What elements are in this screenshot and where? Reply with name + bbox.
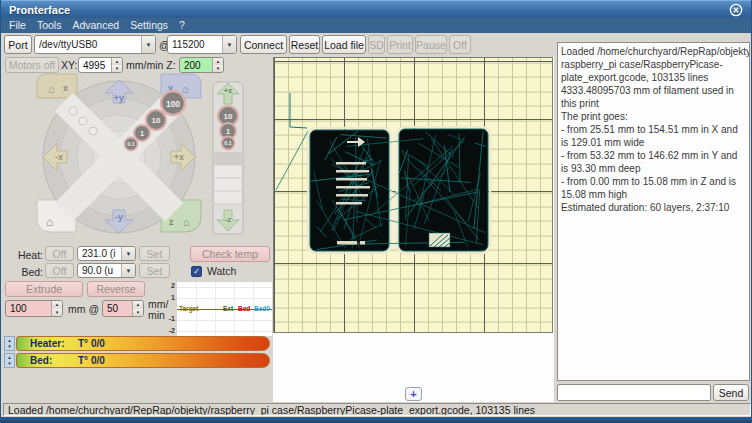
chevron-down-icon[interactable]: ▼ (121, 264, 135, 277)
reset-button[interactable]: Reset (289, 35, 320, 54)
watch-label: Watch (207, 265, 236, 277)
heat-label: Heat: (13, 249, 43, 261)
svg-text:1: 1 (226, 127, 230, 136)
menu-advanced[interactable]: Advanced (72, 18, 119, 33)
port-button[interactable]: Port (4, 35, 32, 54)
pronterface-window: Pronterface File Tools Advanced Settings… (0, 0, 752, 423)
bed-temp-select[interactable]: 90.0 (u ▼ (77, 263, 136, 278)
check-temp-button: Check temp (190, 246, 270, 262)
jog-distance-1[interactable]: 1 (134, 125, 150, 141)
status-bar: Loaded /home/churchyard/RepRap/objekty/r… (1, 402, 752, 417)
chevron-down-icon[interactable]: ▼ (141, 36, 155, 53)
jog-controls: ⌂ x y ⌂ ⌂ z ⌂ (1, 70, 261, 248)
jog-dot-icon (79, 117, 87, 125)
bed-off-button: Off (45, 263, 74, 278)
svg-text:1: 1 (140, 129, 144, 138)
bed-gauge-value: T° 0/0 (78, 355, 105, 366)
home-icon: ⌂ (48, 83, 55, 95)
log-output[interactable]: Loaded /home/churchyard/RepRap/objekty/ … (557, 42, 750, 381)
chevron-down-icon[interactable]: ▼ (222, 36, 236, 53)
heater-gauge-label: Heater: (30, 338, 64, 349)
heater-gauge-value: T° 0/0 (78, 338, 105, 349)
status-text: Loaded /home/churchyard/RepRap/objekty/r… (3, 403, 751, 416)
menu-settings[interactable]: Settings (130, 18, 168, 33)
gcode-viewer[interactable]: + (273, 57, 554, 402)
z-cell[interactable] (215, 165, 242, 204)
sd-button: SD (368, 35, 385, 54)
menu-file[interactable]: File (9, 18, 26, 33)
heat-off-button: Off (45, 246, 74, 261)
title-bar[interactable]: Pronterface (1, 0, 752, 18)
legend-ext: Ext (223, 305, 233, 312)
home-icon: ⌂ (183, 216, 190, 228)
svg-text:+z: +z (224, 86, 233, 95)
svg-text:0.1: 0.1 (127, 141, 135, 147)
send-button[interactable]: Send (713, 384, 749, 401)
baud-select[interactable]: 115200 ▼ (167, 35, 237, 54)
graph-ytick: -2 (165, 327, 175, 334)
z-jog-column: +z 10 1 0.1 -z (213, 82, 243, 234)
bed-gauge: ▲▼ Bed: T° 0/0 (4, 353, 270, 368)
chevron-down-icon[interactable]: ▼ (121, 247, 135, 260)
reverse-button: Reverse (87, 281, 145, 297)
home-icon: ⌂ (46, 215, 53, 229)
bed-label: Bed: (13, 266, 43, 278)
home-x-button[interactable]: ⌂ x (37, 74, 77, 98)
svg-text:+x: +x (174, 152, 184, 162)
legend-target: Target (179, 305, 198, 312)
menu-tools[interactable]: Tools (37, 18, 62, 33)
svg-text:0.1: 0.1 (224, 140, 232, 146)
legend-bed: Bed (238, 305, 250, 312)
menu-help[interactable]: ? (179, 18, 185, 33)
z-cell[interactable] (215, 152, 242, 165)
print-button: Print (387, 35, 413, 54)
connect-button[interactable]: Connect (240, 35, 287, 54)
extrude-speed-stepper[interactable]: 50 ▲▼ (102, 300, 144, 317)
watch-checkbox[interactable]: ✓ (191, 266, 202, 277)
pause-button: Pause (415, 35, 447, 54)
temperature-graph: 2 1 -1 -2 Target Ext Bed Bed0 (165, 282, 273, 339)
jog-distance-100[interactable]: 100 (161, 91, 185, 115)
heat-temp-select[interactable]: 231.0 (i ▼ (77, 246, 136, 261)
jog-distance-10[interactable]: 10 (146, 110, 166, 130)
port-select[interactable]: /dev/ttyUSB0 ▼ (34, 35, 156, 54)
gauge-spinner-icon[interactable]: ▲▼ (4, 336, 15, 351)
gauge-spinner-icon[interactable]: ▲▼ (4, 353, 15, 368)
legend-bed0: Bed0 (254, 305, 270, 312)
bed-gauge-bar[interactable] (16, 353, 270, 368)
z-distance-0.1[interactable]: 0.1 (222, 137, 235, 150)
spinner-arrows-icon[interactable]: ▲▼ (51, 301, 62, 316)
graph-plot-area: Target Ext Bed Bed0 (177, 282, 272, 336)
spinner-arrows-icon[interactable]: ▲▼ (132, 301, 143, 316)
svg-text:+y: +y (114, 93, 124, 103)
jog-distance-0.1[interactable]: 0.1 (125, 138, 138, 151)
home-icon: ⌂ (182, 83, 189, 95)
bed-set-button: Set (139, 263, 170, 278)
zoom-in-button[interactable]: + (405, 387, 422, 401)
svg-text:-x: -x (55, 152, 63, 162)
svg-text:z: z (169, 217, 174, 227)
svg-text:x: x (63, 83, 68, 93)
gcode-preview (273, 57, 553, 333)
close-icon[interactable] (729, 3, 743, 17)
extrude-button: Extrude (5, 281, 83, 297)
mm-at-label: mm @ (68, 303, 99, 315)
heater-gauge: ▲▼ Heater: T° 0/0 (4, 336, 270, 351)
graph-ytick: 1 (165, 294, 175, 301)
load-file-button[interactable]: Load file (322, 35, 366, 54)
command-input[interactable] (557, 384, 711, 401)
bed-gauge-label: Bed: (30, 355, 52, 366)
speed-unit-label2: min (148, 309, 165, 321)
menu-bar: File Tools Advanced Settings ? (1, 18, 752, 33)
svg-text:-z: -z (225, 215, 232, 224)
graph-ytick: 2 (165, 282, 175, 289)
heat-set-button: Set (139, 246, 170, 261)
svg-text:10: 10 (224, 112, 233, 121)
window-title: Pronterface (1, 4, 70, 16)
svg-text:100: 100 (166, 99, 180, 109)
off-button: Off (449, 35, 471, 54)
jog-dot-icon (89, 127, 97, 135)
svg-text:10: 10 (152, 116, 161, 125)
jog-dot-icon (69, 107, 77, 115)
extrude-length-stepper[interactable]: 100 ▲▼ (5, 300, 63, 317)
